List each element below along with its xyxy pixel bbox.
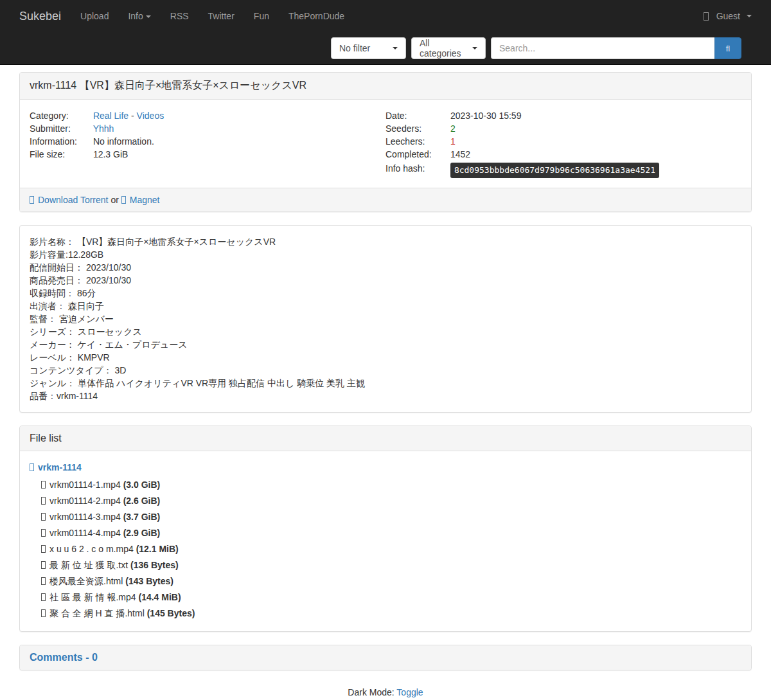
navbar-main-row: Sukebei Upload Info RSS Twitter Fun TheP… — [0, 0, 771, 32]
file-name: vrkm01114-3.mp4 — [49, 512, 121, 522]
file-size: (2.6 GiB) — [123, 496, 161, 506]
folder-name: vrkm-1114 — [38, 462, 82, 472]
seeders-row: Seeders: 2 — [386, 122, 741, 135]
nav-item-upload[interactable]: Upload — [71, 1, 118, 31]
torrent-panel: vrkm-1114 【VR】森日向子×地雷系女子×スローセックスVR Categ… — [19, 72, 752, 212]
download-icon — [30, 196, 34, 204]
category-row: Category: Real Life - Videos — [30, 109, 386, 122]
date-value: 2023-10-30 15:59 — [450, 111, 522, 121]
submitter-link[interactable]: Yhhh — [93, 123, 114, 134]
file-name: vrkm01114-4.mp4 — [49, 528, 121, 538]
infohash-row: Info hash: 8cd0953bbbde6067d979b96c50636… — [386, 162, 741, 178]
filelist-header: File list — [20, 426, 751, 451]
user-menu-label: Guest — [716, 11, 740, 21]
file-size: (145 Bytes) — [147, 608, 195, 618]
file-size: (136 Bytes) — [130, 560, 179, 570]
file-icon — [41, 577, 46, 585]
nav-item-rss[interactable]: RSS — [161, 1, 199, 31]
file-row: 楼风最全资源.html (143 Bytes) — [41, 573, 741, 589]
description-line: 出演者： 森日向子 — [30, 300, 741, 312]
category-select-value: All categories — [420, 38, 470, 58]
search-button[interactable]: fl — [714, 37, 741, 59]
file-name: 最 新 位 址 獲 取.txt — [49, 560, 128, 570]
chevron-down-icon — [747, 15, 752, 17]
category-label: Category: — [30, 109, 91, 122]
description-line: 配信開始日： 2023/10/30 — [30, 261, 741, 274]
file-row: vrkm01114-1.mp4 (3.0 GiB) — [41, 477, 741, 493]
file-name: vrkm01114-1.mp4 — [49, 480, 121, 490]
file-name: 社 區 最 新 情 報.mp4 — [49, 592, 136, 602]
file-row: vrkm01114-2.mp4 (2.6 GiB) — [41, 493, 741, 509]
magnet-label: Magnet — [130, 195, 160, 205]
dark-mode-toggle[interactable]: Toggle — [396, 687, 423, 697]
page-footer: Dark Mode: Toggle — [19, 687, 752, 697]
magnet-icon — [121, 196, 126, 204]
brand-logo[interactable]: Sukebei — [10, 10, 71, 23]
nav-item-info[interactable]: Info — [118, 1, 160, 31]
nav-item-theporndude[interactable]: ThePornDude — [279, 1, 354, 31]
navbar: Sukebei Upload Info RSS Twitter Fun TheP… — [0, 0, 771, 65]
description-line: 品番：vrkm-1114 — [30, 390, 741, 402]
description-panel: 影片名称： 【VR】森日向子×地雷系女子×スローセックスVR 影片容量:12.2… — [19, 225, 752, 413]
description-line: 監督： 宮迫メンバー — [30, 312, 741, 325]
magnet-link[interactable]: Magnet — [121, 195, 160, 205]
download-torrent-label: Download Torrent — [38, 195, 108, 205]
search-icon: fl — [726, 44, 731, 53]
torrent-actions-footer: Download Torrent or Magnet — [20, 188, 751, 211]
date-label: Date: — [386, 109, 448, 122]
nav-item-info-label: Info — [128, 11, 143, 21]
details-right-column: Date: 2023-10-30 15:59 Seeders: 2 Leeche… — [386, 109, 741, 178]
infohash-label: Info hash: — [386, 162, 448, 175]
file-row: vrkm01114-4.mp4 (2.9 GiB) — [41, 525, 741, 541]
file-row: 社 區 最 新 情 報.mp4 (14.4 MiB) — [41, 589, 741, 606]
nav-links: Upload Info RSS Twitter Fun ThePornDude — [71, 1, 354, 31]
file-icon — [41, 545, 46, 553]
filesize-row: File size: 12.3 GiB — [30, 148, 386, 161]
category-select[interactable]: All categories — [411, 37, 486, 59]
file-size: (2.9 GiB) — [123, 528, 161, 538]
description-line: 収録時間： 86分 — [30, 287, 741, 300]
seeders-label: Seeders: — [386, 122, 448, 135]
search-input-group: fl — [491, 37, 741, 59]
filelist-panel: File list vrkm-1114 vrkm01114-1.mp4 (3.0… — [19, 426, 752, 632]
file-icon — [41, 593, 46, 601]
completed-label: Completed: — [386, 148, 448, 161]
comments-panel: Comments - 0 — [19, 645, 752, 670]
file-name: 聚 合 全 網 H 直 播.html — [49, 608, 145, 618]
category-link-child[interactable]: Videos — [137, 111, 164, 121]
description-line: ジャンル： 単体作品 ハイクオリティVR VR専用 独占配信 中出し 騎乗位 美… — [30, 377, 741, 390]
information-value: No information. — [93, 136, 154, 147]
file-row: x u u 6 2 . c o m.mp4 (12.1 MiB) — [41, 541, 741, 557]
nav-item-fun[interactable]: Fun — [244, 1, 279, 31]
file-icon — [41, 609, 46, 617]
chevron-down-icon — [146, 15, 151, 18]
filter-select[interactable]: No filter — [331, 37, 406, 59]
dark-mode-label: Dark Mode: — [348, 687, 394, 697]
download-torrent-link[interactable]: Download Torrent — [30, 195, 108, 205]
description-line: レーベル： KMPVR — [30, 351, 741, 364]
description-line: 影片容量:12.28GB — [30, 248, 741, 261]
user-menu[interactable]: Guest — [694, 1, 761, 31]
filter-select-value: No filter — [339, 43, 370, 53]
nav-item-twitter[interactable]: Twitter — [199, 1, 244, 31]
file-row: vrkm01114-3.mp4 (3.7 GiB) — [41, 509, 741, 525]
description-line: メーカー： ケイ・エム・プロデュース — [30, 338, 741, 351]
file-size: (3.7 GiB) — [123, 512, 161, 522]
comments-title-link[interactable]: Comments - 0 — [30, 652, 98, 663]
file-name: 楼风最全资源.html — [49, 576, 123, 586]
torrent-title-header: vrkm-1114 【VR】森日向子×地雷系女子×スローセックスVR — [20, 73, 751, 100]
information-label: Information: — [30, 135, 91, 148]
page-title: vrkm-1114 【VR】森日向子×地雷系女子×スローセックスVR — [30, 80, 306, 91]
file-size: (143 Bytes) — [125, 576, 173, 586]
file-icon — [41, 561, 46, 569]
completed-count: 1452 — [450, 149, 470, 159]
folder-toggle[interactable]: vrkm-1114 — [30, 461, 741, 474]
infohash-value: 8cd0953bbbde6067d979b96c50636961a3ae4521 — [450, 163, 659, 178]
category-link-parent[interactable]: Real Life — [93, 111, 128, 121]
search-input[interactable] — [491, 37, 714, 59]
filesize-value: 12.3 GiB — [93, 149, 128, 159]
or-text: or — [111, 195, 118, 205]
information-row: Information: No information. — [30, 135, 386, 148]
chevron-down-icon — [472, 47, 477, 49]
file-row: 最 新 位 址 獲 取.txt (136 Bytes) — [41, 557, 741, 573]
